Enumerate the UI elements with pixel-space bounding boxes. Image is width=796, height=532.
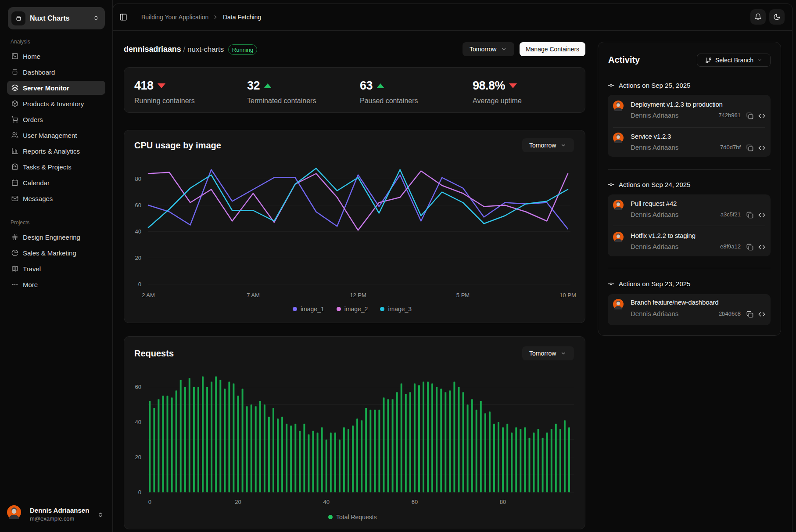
svg-text:0: 0: [138, 281, 141, 288]
svg-text:60: 60: [135, 202, 141, 208]
svg-text:80: 80: [135, 176, 141, 182]
svg-text:20: 20: [235, 499, 241, 505]
svg-text:12 PM: 12 PM: [350, 292, 366, 298]
svg-text:40: 40: [135, 419, 141, 425]
svg-text:60: 60: [412, 499, 418, 505]
svg-text:5 PM: 5 PM: [456, 292, 470, 298]
svg-text:10 PM: 10 PM: [559, 292, 576, 298]
svg-text:20: 20: [135, 255, 141, 261]
svg-text:80: 80: [500, 499, 506, 505]
svg-text:40: 40: [323, 499, 329, 505]
svg-text:40: 40: [135, 228, 141, 235]
svg-text:60: 60: [135, 384, 141, 390]
svg-text:2 AM: 2 AM: [142, 292, 155, 298]
svg-text:20: 20: [135, 454, 141, 460]
svg-text:0: 0: [148, 499, 151, 505]
svg-text:0: 0: [138, 489, 141, 496]
svg-text:7 AM: 7 AM: [247, 292, 260, 298]
